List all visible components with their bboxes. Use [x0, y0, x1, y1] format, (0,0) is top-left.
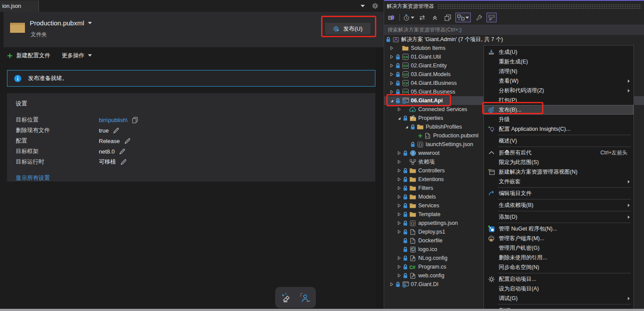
- eraser-sparkle-button[interactable]: [280, 293, 291, 302]
- gear-icon[interactable]: [372, 3, 378, 9]
- chevron-collapsed-icon[interactable]: [396, 221, 402, 225]
- chevron-collapsed-icon[interactable]: [396, 168, 402, 173]
- reader-person-button[interactable]: [299, 293, 311, 302]
- context-menu-item[interactable]: 管理 NuGet 程序包(N)...: [484, 224, 634, 234]
- floating-toolbar: [275, 287, 316, 308]
- context-menu-item[interactable]: 添加(D): [484, 212, 634, 222]
- setting-value[interactable]: bin\publish\: [99, 117, 128, 123]
- tree-item-label: 依赖项: [418, 158, 435, 166]
- pending-changes-filter-button[interactable]: [403, 13, 414, 22]
- chevron-collapsed-icon[interactable]: [396, 265, 402, 269]
- context-menu-item[interactable]: 文件嵌套: [484, 177, 634, 186]
- context-menu-item[interactable]: 编辑项目文件: [484, 189, 634, 198]
- menu-item-label: 重新生成(E): [499, 58, 630, 66]
- svg-text:C#: C#: [410, 265, 416, 270]
- chevron-collapsed-icon[interactable]: [388, 46, 395, 50]
- chevron-collapsed-icon[interactable]: [396, 256, 402, 260]
- chevron-collapsed-icon[interactable]: [388, 72, 395, 77]
- solution-explorer-toolbar: [384, 11, 644, 24]
- copy-icon[interactable]: [132, 117, 138, 123]
- context-menu-item[interactable]: 配置 Application Insights(C)...: [484, 124, 634, 134]
- edit-pencil-icon[interactable]: [113, 127, 119, 134]
- submenu-arrow-icon: [627, 203, 630, 207]
- editor-scrollbar-gutter[interactable]: [375, 47, 384, 311]
- chevron-collapsed-icon[interactable]: [388, 90, 395, 94]
- context-menu-item[interactable]: 折叠所有后代Ctrl+左箭头: [484, 148, 634, 157]
- menu-item-label: 概述(V): [499, 137, 630, 145]
- switch-views-button[interactable]: [387, 13, 396, 22]
- lock-icon: [402, 273, 409, 279]
- context-menu-item[interactable]: 设为启动项目(A): [484, 284, 634, 294]
- context-menu-item[interactable]: 删除未使用的引用...: [484, 253, 634, 262]
- chevron-expanded-icon[interactable]: [403, 125, 410, 129]
- sync-button[interactable]: [417, 13, 427, 22]
- context-menu-item[interactable]: 升级: [484, 115, 634, 124]
- context-menu-item[interactable]: 分析和代码清理(Z): [484, 86, 634, 95]
- setting-row: 配置Release: [16, 136, 367, 146]
- chevron-collapsed-icon[interactable]: [388, 81, 395, 85]
- chevron-collapsed-icon[interactable]: [396, 273, 402, 278]
- solution-root-row[interactable]: 解决方案 'Giant.Admin' (7 个项目, 共 7 个): [384, 35, 644, 44]
- more-actions-button[interactable]: 更多操作: [62, 52, 92, 59]
- context-menu-item[interactable]: 生成(U): [484, 47, 634, 57]
- context-menu-item[interactable]: 重新生成(E): [484, 57, 634, 66]
- context-menu-item[interactable]: 管理客户端库(M)...: [484, 234, 634, 243]
- chevron-collapsed-icon[interactable]: [396, 230, 402, 234]
- context-menu-item[interactable]: 清理(N): [484, 66, 634, 76]
- chevron-collapsed-icon[interactable]: [396, 177, 402, 182]
- show-all-settings-link[interactable]: 显示所有设置: [16, 174, 50, 182]
- show-all-files-button[interactable]: [486, 13, 497, 22]
- publish-button[interactable]: 发布(U): [325, 23, 371, 35]
- edit-pencil-icon[interactable]: [119, 148, 126, 155]
- chevron-collapsed-icon[interactable]: [396, 107, 402, 112]
- search-input[interactable]: 搜索解决方案资源管理器(Ctrl+;): [384, 24, 644, 35]
- settings-rows: 目标位置bin\publish\删除现有文件true配置Release目标框架n…: [16, 115, 367, 167]
- solution-explorer-titlebar[interactable]: 解决方案资源管理器: [384, 1, 644, 11]
- chevron-collapsed-icon[interactable]: [396, 151, 402, 155]
- new-profile-button[interactable]: 新建配置文件: [7, 52, 50, 59]
- preview-selected-button[interactable]: [443, 13, 452, 22]
- context-menu-item[interactable]: 调试(G): [484, 294, 634, 303]
- submenu-arrow-icon: [627, 215, 630, 219]
- chevron-down-icon[interactable]: [88, 22, 92, 24]
- context-menu-item[interactable]: 配置启动项目...: [484, 274, 634, 284]
- chevron-collapsed-icon[interactable]: [388, 55, 395, 59]
- chevron-collapsed-icon[interactable]: [396, 203, 402, 208]
- sync-with-active-document-button[interactable]: [455, 13, 471, 22]
- context-menu-item[interactable]: 概述(V): [484, 136, 634, 146]
- chevron-collapsed-icon[interactable]: [396, 195, 402, 199]
- chevron-down-icon[interactable]: [360, 5, 365, 7]
- context-menu-item[interactable]: 同步命名空间(N): [484, 262, 634, 272]
- chevron-expanded-icon[interactable]: [396, 116, 402, 120]
- context-menu-item[interactable]: 管理用户机密(G): [484, 243, 634, 253]
- chevron-expanded-icon[interactable]: [388, 99, 395, 103]
- menu-item-label: 新建解决方案资源管理器视图(N): [499, 168, 630, 176]
- context-menu-item[interactable]: 新建解决方案资源管理器视图(N): [484, 167, 634, 177]
- menu-separator: [498, 211, 631, 211]
- menu-item-label: 生成依赖项(B): [499, 202, 627, 209]
- context-menu-item[interactable]: 发布(B)...: [484, 105, 634, 115]
- setting-value: net8.0: [99, 148, 115, 155]
- edit-pencil-icon[interactable]: [124, 138, 131, 144]
- chevron-collapsed-icon[interactable]: [388, 63, 395, 68]
- lock-icon: [395, 89, 401, 95]
- context-menu-item[interactable]: 限定为此范围(S): [484, 157, 634, 167]
- edit-pencil-icon[interactable]: [120, 159, 127, 165]
- menu-item-label: 调试(G): [499, 295, 627, 302]
- tree-item-label: Deploy.ps1: [418, 229, 445, 235]
- properties-button[interactable]: [474, 13, 483, 22]
- lock-icon: [402, 203, 409, 209]
- chevron-collapsed-icon[interactable]: [388, 282, 395, 287]
- context-menu-item[interactable]: 查看(W): [484, 76, 634, 86]
- folder-icon: [409, 185, 417, 191]
- context-menu-item[interactable]: 打包(P): [484, 95, 634, 105]
- chevron-collapsed-icon[interactable]: [396, 160, 402, 164]
- new-view-icon: [484, 169, 499, 175]
- chevron-collapsed-icon[interactable]: [396, 212, 402, 217]
- lock-icon: [402, 220, 409, 226]
- context-menu-item[interactable]: 生成依赖项(B): [484, 200, 634, 210]
- publish-status-text: 发布准备就绪。: [28, 74, 68, 82]
- collapse-all-button[interactable]: [430, 13, 440, 22]
- document-tab[interactable]: ion.json: [0, 0, 39, 12]
- chevron-collapsed-icon[interactable]: [396, 186, 402, 190]
